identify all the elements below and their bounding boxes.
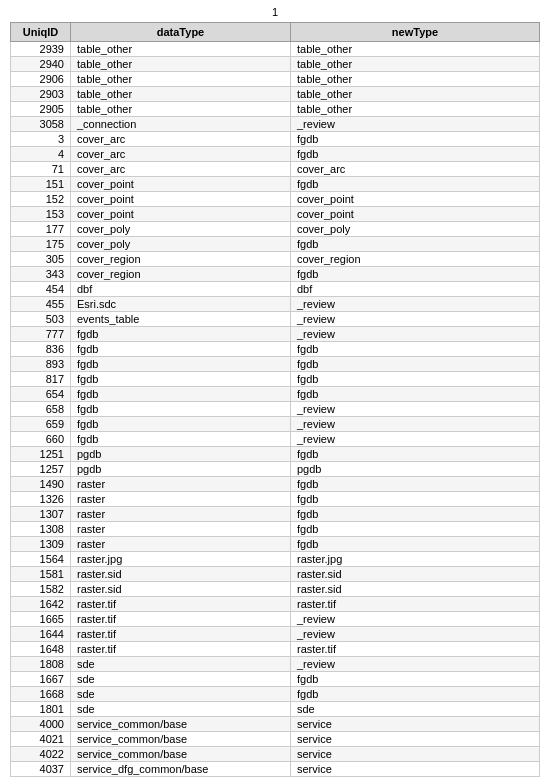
cell-newtype: raster.sid — [291, 582, 540, 597]
page-number: 1 — [0, 0, 550, 22]
table-row: 654fgdbfgdb — [11, 387, 540, 402]
cell-datatype: cover_arc — [71, 147, 291, 162]
main-table-container: UniqID dataType newType 2939table_othert… — [0, 22, 550, 777]
cell-newtype: fgdb — [291, 342, 540, 357]
cell-newtype: _review — [291, 402, 540, 417]
cell-datatype: table_other — [71, 72, 291, 87]
table-row: 659fgdb_review — [11, 417, 540, 432]
cell-datatype: service_common/base — [71, 747, 291, 762]
cell-datatype: cover_point — [71, 192, 291, 207]
cell-id: 1307 — [11, 507, 71, 522]
cell-newtype: pgdb — [291, 462, 540, 477]
cell-datatype: service_common/base — [71, 717, 291, 732]
cell-datatype: raster — [71, 507, 291, 522]
cell-id: 71 — [11, 162, 71, 177]
cell-datatype: raster.sid — [71, 567, 291, 582]
cell-id: 817 — [11, 372, 71, 387]
cell-id: 4 — [11, 147, 71, 162]
cell-newtype: _review — [291, 297, 540, 312]
cell-datatype: _connection — [71, 117, 291, 132]
cell-datatype: sde — [71, 702, 291, 717]
cell-newtype: _review — [291, 657, 540, 672]
table-row: 455Esri.sdc_review — [11, 297, 540, 312]
cell-id: 175 — [11, 237, 71, 252]
table-body: 2939table_othertable_other2940table_othe… — [11, 42, 540, 778]
cell-datatype: sde — [71, 672, 291, 687]
table-row: 343cover_regionfgdb — [11, 267, 540, 282]
cell-datatype: cover_region — [71, 267, 291, 282]
table-row: 1668sdefgdb — [11, 687, 540, 702]
cell-datatype: fgdb — [71, 432, 291, 447]
table-row: 1648raster.tifraster.tif — [11, 642, 540, 657]
cell-newtype: fgdb — [291, 387, 540, 402]
table-row: 1582raster.sidraster.sid — [11, 582, 540, 597]
table-row: 2939table_othertable_other — [11, 42, 540, 57]
cell-id: 4000 — [11, 717, 71, 732]
cell-id: 2939 — [11, 42, 71, 57]
table-row: 1307rasterfgdb — [11, 507, 540, 522]
cell-id: 1308 — [11, 522, 71, 537]
cell-datatype: service_dfg_common/base — [71, 762, 291, 777]
cell-id: 4021 — [11, 732, 71, 747]
table-row: 1257pgdbpgdb — [11, 462, 540, 477]
cell-datatype: table_other — [71, 102, 291, 117]
table-row: 3058_connection_review — [11, 117, 540, 132]
cell-newtype: fgdb — [291, 132, 540, 147]
cell-datatype: cover_poly — [71, 237, 291, 252]
table-row: 893fgdbfgdb — [11, 357, 540, 372]
cell-id: 1326 — [11, 492, 71, 507]
cell-newtype: service — [291, 717, 540, 732]
cell-id: 4037 — [11, 762, 71, 777]
table-row: 151cover_pointfgdb — [11, 177, 540, 192]
cell-newtype: _review — [291, 417, 540, 432]
cell-id: 152 — [11, 192, 71, 207]
table-row: 1801sdesde — [11, 702, 540, 717]
cell-id: 2940 — [11, 57, 71, 72]
cell-newtype: raster.tif — [291, 597, 540, 612]
cell-datatype: fgdb — [71, 342, 291, 357]
cell-id: 2903 — [11, 87, 71, 102]
cell-id: 455 — [11, 297, 71, 312]
cell-id: 503 — [11, 312, 71, 327]
cell-newtype: _review — [291, 612, 540, 627]
table-row: 836fgdbfgdb — [11, 342, 540, 357]
cell-id: 836 — [11, 342, 71, 357]
header-datatype: dataType — [71, 23, 291, 42]
cell-id: 1648 — [11, 642, 71, 657]
cell-newtype: raster.tif — [291, 642, 540, 657]
cell-id: 1582 — [11, 582, 71, 597]
cell-id: 1251 — [11, 447, 71, 462]
cell-newtype: table_other — [291, 42, 540, 57]
cell-newtype: sde — [291, 702, 540, 717]
cell-newtype: table_other — [291, 57, 540, 72]
cell-datatype: cover_poly — [71, 222, 291, 237]
cell-id: 1667 — [11, 672, 71, 687]
cell-datatype: dbf — [71, 282, 291, 297]
cell-datatype: fgdb — [71, 417, 291, 432]
cell-newtype: fgdb — [291, 687, 540, 702]
header-uniqid: UniqID — [11, 23, 71, 42]
cell-id: 3058 — [11, 117, 71, 132]
cell-newtype: fgdb — [291, 447, 540, 462]
table-row: 2905table_othertable_other — [11, 102, 540, 117]
table-row: 660fgdb_review — [11, 432, 540, 447]
cell-datatype: sde — [71, 657, 291, 672]
cell-id: 893 — [11, 357, 71, 372]
cell-newtype: fgdb — [291, 507, 540, 522]
table-row: 1665raster.tif_review — [11, 612, 540, 627]
table-row: 1490rasterfgdb — [11, 477, 540, 492]
table-row: 1644raster.tif_review — [11, 627, 540, 642]
cell-id: 2906 — [11, 72, 71, 87]
cell-id: 1490 — [11, 477, 71, 492]
cell-newtype: raster.sid — [291, 567, 540, 582]
cell-newtype: raster.jpg — [291, 552, 540, 567]
table-row: 1251pgdbfgdb — [11, 447, 540, 462]
cell-newtype: cover_arc — [291, 162, 540, 177]
cell-id: 1564 — [11, 552, 71, 567]
cell-newtype: fgdb — [291, 177, 540, 192]
table-row: 4cover_arcfgdb — [11, 147, 540, 162]
cell-datatype: cover_arc — [71, 162, 291, 177]
cell-newtype: fgdb — [291, 147, 540, 162]
cell-newtype: _review — [291, 327, 540, 342]
cell-newtype: _review — [291, 117, 540, 132]
